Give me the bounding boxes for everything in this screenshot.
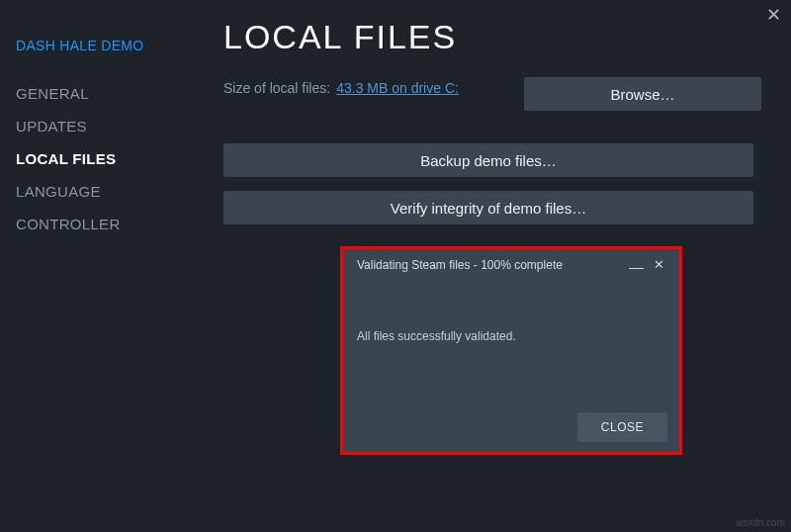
dialog-footer: CLOSE [577,412,667,442]
sidebar: DASH HALE DEMO GENERAL UPDATES LOCAL FIL… [0,0,198,532]
sidebar-item-controller[interactable]: CONTROLLER [16,208,198,240]
dialog-title: Validating Steam files - 100% complete [357,258,624,272]
dialog-close-icon[interactable]: ✕ [649,258,669,271]
dialog-titlebar: Validating Steam files - 100% complete —… [343,249,679,280]
sidebar-item-general[interactable]: GENERAL [16,77,198,110]
backup-button[interactable]: Backup demo files… [223,143,753,177]
verify-button[interactable]: Verify integrity of demo files… [223,191,753,224]
dialog-message: All files successfully validated. [343,280,679,343]
browse-button[interactable]: Browse… [524,77,761,111]
sidebar-item-language[interactable]: LANGUAGE [16,175,198,208]
size-value-link[interactable]: 43.3 MB on drive C: [336,80,459,96]
watermark: wsxdn.com [736,517,785,528]
page-title: LOCAL FILES [223,18,761,56]
sidebar-item-local-files[interactable]: LOCAL FILES [16,142,198,175]
sidebar-item-updates[interactable]: UPDATES [16,110,198,142]
close-icon[interactable]: ✕ [766,6,781,24]
dialog-close-button[interactable]: CLOSE [577,412,667,442]
validation-dialog: Validating Steam files - 100% complete —… [340,246,682,455]
game-title: DASH HALE DEMO [16,38,198,53]
minimize-icon[interactable]: — [624,259,649,274]
size-label: Size of local files: [223,80,330,96]
